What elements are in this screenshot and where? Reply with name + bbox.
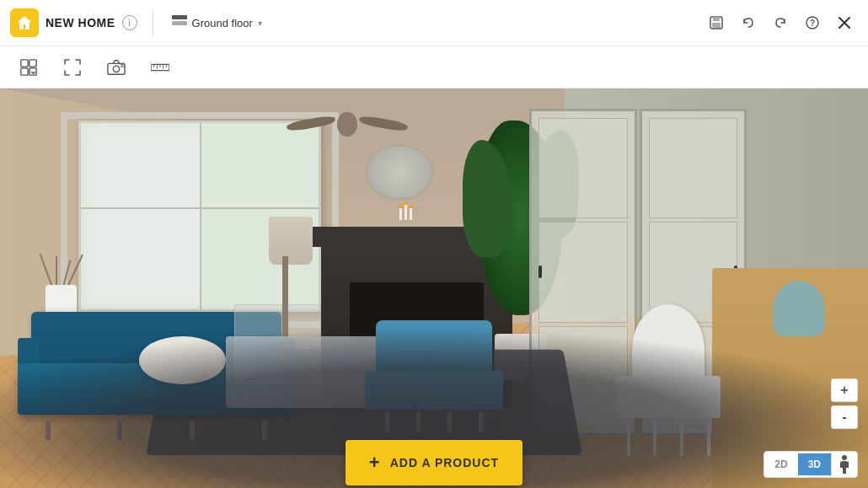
svg-rect-3 [713,17,720,21]
zoom-in-button[interactable]: + [831,378,858,402]
svg-rect-10 [29,59,36,66]
floor-selector[interactable]: Ground floor ▾ [165,12,269,34]
view-3d-button[interactable]: 3D [798,453,831,475]
svg-point-14 [113,66,119,72]
chevron-down-icon: ▾ [258,19,262,28]
second-toolbar: 3D [0,46,868,88]
room-scene [0,88,868,488]
svg-point-22 [842,455,847,460]
ruler-button[interactable] [145,52,175,83]
main-view[interactable]: + ADD A PRODUCT + - 2D 3D [0,88,868,488]
floor-label: Ground floor [192,17,253,29]
svg-text:3D: 3D [121,64,126,68]
help-button[interactable]: ? [799,9,826,36]
floor-icon [172,15,187,30]
plus-icon: + [369,452,380,474]
view-mode-panel: 2D 3D [764,451,858,478]
info-icon[interactable]: i [122,15,137,30]
add-product-button[interactable]: + ADD A PRODUCT [346,440,522,485]
svg-rect-11 [21,67,28,74]
top-toolbar: NEW HOME i Ground floor ▾ [0,0,868,46]
app-logo [10,8,39,37]
camera-button[interactable]: 3D [101,52,131,83]
save-button[interactable] [703,9,730,36]
view-toggle-button[interactable] [13,52,44,83]
app-title: NEW HOME [46,16,115,29]
view-2d-button[interactable]: 2D [764,453,797,475]
redo-button[interactable] [767,9,794,36]
logo-area: NEW HOME i [10,8,137,37]
svg-rect-1 [172,21,187,25]
person-view-button[interactable] [831,452,857,477]
toolbar-right: ? [703,9,858,36]
add-product-label: ADD A PRODUCT [390,456,499,469]
undo-button[interactable] [735,9,762,36]
svg-rect-9 [21,59,28,66]
close-button[interactable] [831,9,858,36]
toolbar-divider [153,10,153,35]
svg-rect-12 [29,67,36,74]
zoom-out-button[interactable]: - [831,405,858,429]
svg-rect-0 [172,15,187,19]
scene-overlay [0,88,868,488]
svg-text:?: ? [810,19,815,28]
fullscreen-button[interactable] [57,52,88,83]
svg-rect-4 [712,23,721,28]
right-panel: + - [831,378,858,429]
